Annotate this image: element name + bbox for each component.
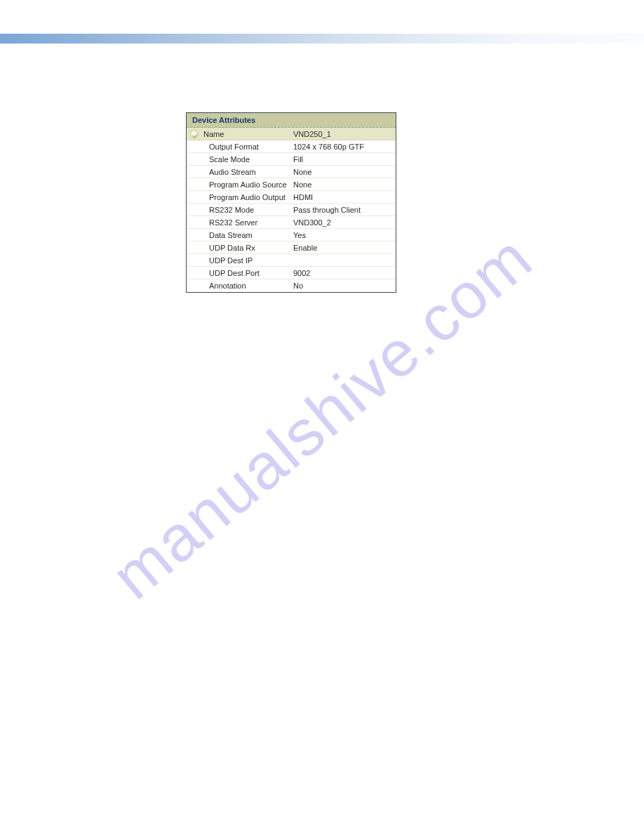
attr-label: Audio Stream	[202, 168, 292, 176]
table-row: UDP Dest IP	[187, 254, 396, 267]
attr-value: Yes	[292, 231, 396, 239]
attr-label: Annotation	[202, 282, 292, 290]
attr-value: Fill	[292, 155, 396, 164]
attr-label: Data Stream	[202, 231, 292, 239]
check-circle-icon	[190, 130, 199, 138]
attr-value: Pass through Client	[292, 206, 396, 214]
attr-value: VND300_2	[292, 218, 396, 227]
attr-value: 9002	[292, 269, 396, 277]
attr-label: UDP Data Rx	[202, 244, 292, 252]
attr-label: Output Format	[202, 143, 292, 151]
attr-label: RS232 Server	[202, 218, 292, 227]
panel-title: Device Attributes	[187, 113, 396, 128]
device-attributes-panel: Device Attributes Name VND250_1 Output F…	[186, 112, 396, 293]
attr-label: RS232 Mode	[202, 206, 292, 214]
table-row: Program Audio Source None	[187, 178, 396, 191]
table-row: RS232 Mode Pass through Client	[187, 204, 396, 216]
table-row: Data Stream Yes	[187, 229, 396, 241]
attr-label: Program Audio Output	[202, 193, 292, 201]
table-row: Name VND250_1	[187, 128, 396, 140]
attr-value: No	[292, 282, 396, 290]
attr-value: 1024 x 768 60p GTF	[292, 143, 396, 151]
attr-label: UDP Dest Port	[202, 269, 292, 277]
attr-label: Name	[202, 130, 292, 138]
attr-value: None	[292, 180, 396, 189]
table-row: Program Audio Output HDMI	[187, 191, 396, 204]
attr-value: Enable	[292, 244, 396, 252]
table-row: Scale Mode Fill	[187, 153, 396, 166]
top-gradient-bar	[0, 34, 644, 44]
attr-label: Scale Mode	[202, 155, 292, 164]
row-icon-cell	[187, 130, 202, 138]
table-row: UDP Dest Port 9002	[187, 267, 396, 279]
table-row: UDP Data Rx Enable	[187, 241, 396, 254]
table-row: RS232 Server VND300_2	[187, 216, 396, 229]
attr-label: UDP Dest IP	[202, 256, 292, 265]
attr-value: HDMI	[292, 193, 396, 201]
attr-value: VND250_1	[292, 130, 396, 138]
table-row: Audio Stream None	[187, 166, 396, 178]
table-row: Annotation No	[187, 279, 396, 292]
attr-value: None	[292, 168, 396, 176]
attr-label: Program Audio Source	[202, 180, 292, 189]
table-row: Output Format 1024 x 768 60p GTF	[187, 140, 396, 153]
